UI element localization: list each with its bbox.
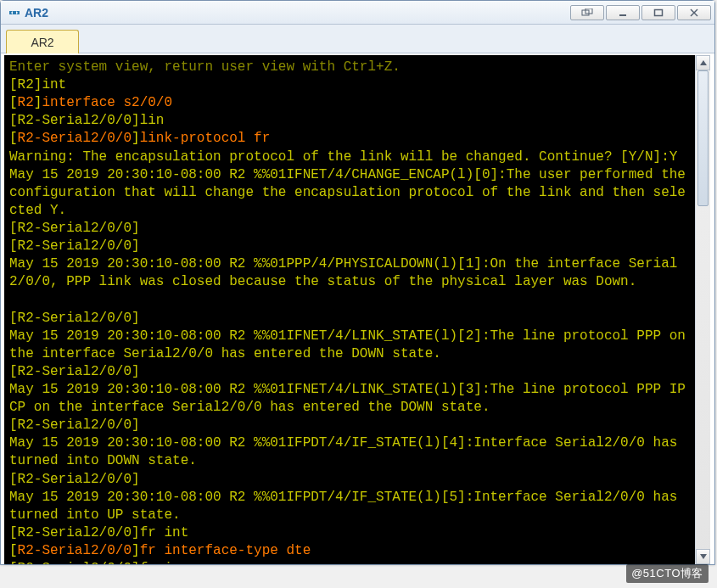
terminal-line: [R2-Serial2/0/0]fr inarp	[9, 560, 690, 564]
terminal-line: May 15 2019 20:30:10-08:00 R2 %%01IFNET/…	[9, 166, 690, 220]
tab-strip: AR2	[1, 25, 714, 53]
terminal-wrapper: Enter system view, return user view with…	[4, 55, 710, 564]
terminal-line: May 15 2019 20:30:10-08:00 R2 %%01IFNET/…	[9, 328, 690, 363]
detach-button[interactable]	[570, 5, 604, 20]
scroll-track[interactable]	[696, 70, 710, 549]
close-button[interactable]	[677, 5, 711, 20]
app-window: AR2 AR2 Enter system view, return user v…	[0, 0, 715, 565]
terminal-line: May 15 2019 20:30:10-08:00 R2 %%01PPP/4/…	[9, 255, 690, 291]
terminal-line: [R2-Serial2/0/0]	[9, 220, 690, 238]
terminal-line: May 15 2019 20:30:10-08:00 R2 %%01IFPDT/…	[9, 489, 690, 524]
svg-rect-3	[655, 9, 663, 15]
terminal-line: Enter system view, return user view with…	[9, 59, 690, 76]
terminal-line: Warning: The encapsulation protocol of t…	[9, 148, 690, 166]
terminal-line: [R2]int	[9, 76, 690, 94]
terminal-line: [R2-Serial2/0/0]	[9, 238, 690, 255]
watermark: @51CTO博客	[626, 564, 709, 583]
terminal-line: [R2-Serial2/0/0]fr interface-type dte	[9, 542, 690, 560]
scroll-thumb[interactable]	[697, 70, 709, 206]
terminal-line	[9, 291, 690, 309]
scroll-down-button[interactable]	[696, 549, 710, 564]
terminal-line: [R2-Serial2/0/0]	[9, 417, 690, 434]
minimize-button[interactable]	[606, 5, 640, 20]
terminal-output[interactable]: Enter system view, return user view with…	[4, 55, 695, 564]
terminal-line: May 15 2019 20:30:10-08:00 R2 %%01IFNET/…	[9, 381, 690, 417]
terminal-line: [R2-Serial2/0/0]fr int	[9, 524, 690, 542]
scroll-up-button[interactable]	[696, 55, 710, 70]
terminal-line: May 15 2019 20:30:10-08:00 R2 %%01IFPDT/…	[9, 434, 690, 470]
window-title: AR2	[25, 6, 48, 20]
tab-ar2[interactable]: AR2	[6, 30, 79, 53]
terminal-line: [R2-Serial2/0/0]lin	[9, 112, 690, 130]
vertical-scrollbar[interactable]	[695, 55, 710, 564]
maximize-button[interactable]	[641, 5, 675, 20]
terminal-line: [R2-Serial2/0/0]link-protocol fr	[9, 130, 690, 148]
terminal-line: [R2-Serial2/0/0]	[9, 363, 690, 381]
terminal-line: [R2]interface s2/0/0	[9, 94, 690, 112]
terminal-line: [R2-Serial2/0/0]	[9, 310, 690, 328]
title-bar[interactable]: AR2	[1, 1, 714, 25]
router-icon	[8, 6, 21, 20]
terminal-line: [R2-Serial2/0/0]	[9, 471, 690, 489]
